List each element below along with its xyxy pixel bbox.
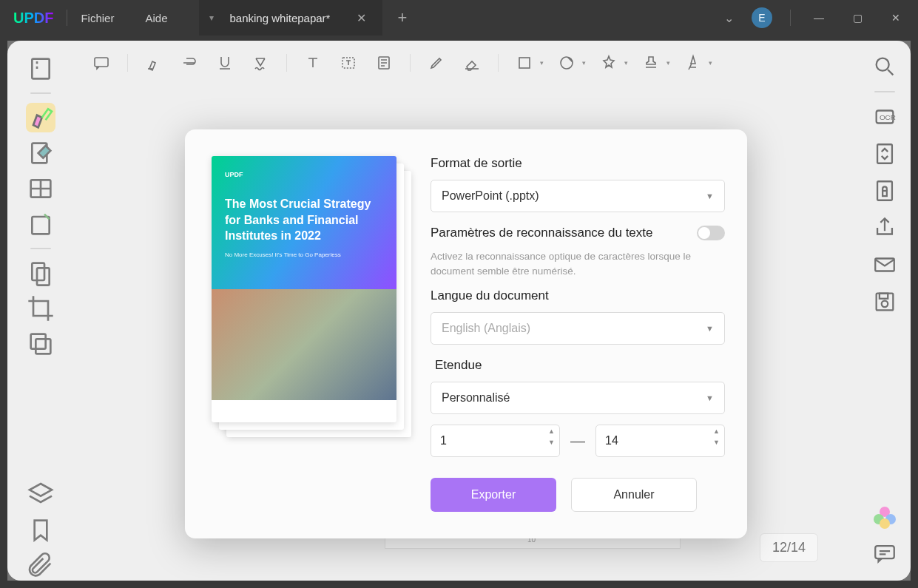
spin-up-icon[interactable]: ▲ (548, 428, 555, 435)
cancel-button[interactable]: Annuler (571, 478, 697, 512)
tab-chevron-icon: ▾ (209, 13, 214, 23)
preview-logo: UPDF (225, 171, 383, 178)
export-form: Format de sortie PowerPoint (.pptx) ▼ Pa… (431, 156, 725, 512)
range-to-input[interactable]: 14 ▲▼ (595, 425, 725, 457)
toggle-knob (698, 227, 710, 239)
user-avatar[interactable]: E (752, 7, 772, 28)
spin-up-icon[interactable]: ▲ (713, 428, 720, 435)
chevron-down-icon: ▼ (706, 393, 714, 402)
divider (67, 10, 67, 26)
export-button[interactable]: Exporter (431, 478, 556, 512)
new-tab-button[interactable]: + (397, 8, 407, 27)
spin-down-icon[interactable]: ▼ (713, 439, 720, 446)
range-to-value: 14 (605, 434, 618, 447)
range-from-value: 1 (440, 434, 447, 447)
output-format-label: Format de sortie (431, 156, 725, 171)
page-range-row: 1 ▲▼ — 14 ▲▼ (431, 425, 725, 457)
export-modal: UPDF The Most Crucial Strategy for Banks… (185, 129, 747, 538)
language-label: Langue du document (431, 288, 725, 303)
tab-title: banking whitepapar* (230, 12, 331, 24)
range-value: Personnalisé (442, 391, 510, 405)
ocr-toggle[interactable] (697, 226, 725, 240)
preview-card-front: UPDF The Most Crucial Strategy for Banks… (212, 156, 396, 422)
range-from-input[interactable]: 1 ▲▼ (431, 425, 560, 457)
range-label: Etendue (431, 358, 725, 373)
preview-title: The Most Crucial Strategy for Banks and … (225, 196, 383, 244)
spin-down-icon[interactable]: ▼ (548, 439, 555, 446)
app-logo: UPDF (13, 10, 53, 27)
range-dash: — (570, 433, 585, 450)
ocr-settings-label: Paramètres de reconnaissance du texte (431, 226, 653, 240)
window-minimize-icon[interactable]: — (809, 12, 829, 24)
titlebar: UPDF Fichier Aide ▾ banking whitepapar* … (0, 0, 918, 36)
document-tab[interactable]: ▾ banking whitepapar* ✕ (199, 0, 383, 36)
document-preview-stack: UPDF The Most Crucial Strategy for Banks… (212, 156, 411, 445)
chevron-down-icon: ▼ (706, 324, 714, 333)
chevron-down-icon: ▼ (706, 192, 714, 200)
window-maximize-icon[interactable]: ▢ (847, 12, 868, 24)
dropdown-icon[interactable]: ⌄ (724, 11, 734, 25)
divider (790, 10, 791, 26)
menu-help[interactable]: Aide (145, 12, 167, 24)
button-row: Exporter Annuler (431, 478, 725, 512)
output-format-value: PowerPoint (.pptx) (442, 189, 539, 203)
preview-subtitle: No More Excuses! It's Time to Go Paperle… (225, 251, 383, 258)
language-value: English (Anglais) (442, 322, 530, 335)
menu-file[interactable]: Fichier (81, 12, 114, 24)
output-format-select[interactable]: PowerPoint (.pptx) ▼ (431, 180, 725, 212)
ocr-description: Activez la reconnaissance optique de car… (431, 249, 725, 278)
preview-photo (212, 289, 396, 400)
language-select[interactable]: English (Anglais) ▼ (431, 312, 725, 345)
tab-close-icon[interactable]: ✕ (357, 11, 366, 25)
app-body: ▾ ▾ ▾ ▾ ▾ among the other features you c… (7, 41, 911, 581)
range-select[interactable]: Personnalisé ▼ (431, 382, 725, 414)
window-close-icon[interactable]: ✕ (885, 12, 906, 24)
